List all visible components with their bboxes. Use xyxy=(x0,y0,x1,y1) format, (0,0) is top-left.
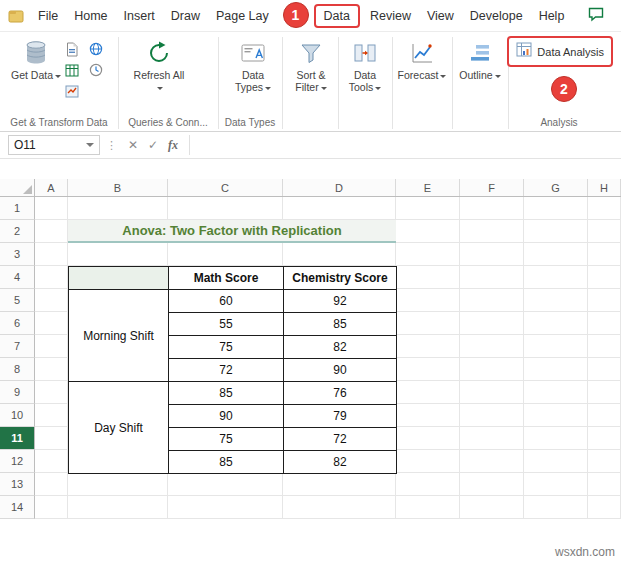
grid-cell-H14[interactable] xyxy=(588,496,621,519)
grid-cell-D13[interactable] xyxy=(283,473,396,496)
data-types-button[interactable]: Data Types xyxy=(228,37,278,93)
row-header-10[interactable]: 10 xyxy=(0,404,35,427)
grid-cell-A3[interactable] xyxy=(35,243,68,266)
grid-cell-E12[interactable] xyxy=(396,450,460,473)
grid-cell-G7[interactable] xyxy=(524,335,588,358)
grid-cell-F14[interactable] xyxy=(460,496,524,519)
grid-cell-H2[interactable] xyxy=(588,220,621,243)
menu-tab-draw[interactable]: Draw xyxy=(163,4,208,28)
cell-d10[interactable]: 79 xyxy=(284,405,397,428)
cell-c8[interactable]: 72 xyxy=(169,359,284,382)
grid-cell-E10[interactable] xyxy=(396,404,460,427)
anova-title-cell[interactable]: Anova: Two Factor with Replication xyxy=(68,220,396,243)
column-header-A[interactable]: A xyxy=(35,179,68,196)
cell-d6[interactable]: 85 xyxy=(284,313,397,336)
grid-cell-A7[interactable] xyxy=(35,335,68,358)
grid-cell-G14[interactable] xyxy=(524,496,588,519)
menu-tab-file[interactable]: File xyxy=(30,4,66,28)
cell-c6[interactable]: 55 xyxy=(169,313,284,336)
grid-cell-G12[interactable] xyxy=(524,450,588,473)
menu-tab-help[interactable]: Help xyxy=(531,4,573,28)
column-header-H[interactable]: H xyxy=(588,179,621,196)
grid-cell-E6[interactable] xyxy=(396,312,460,335)
row-header-13[interactable]: 13 xyxy=(0,473,35,496)
row-header-1[interactable]: 1 xyxy=(0,197,35,220)
grid-cell-A10[interactable] xyxy=(35,404,68,427)
cell-day-shift[interactable]: Day Shift xyxy=(69,382,169,474)
grid-cell-H10[interactable] xyxy=(588,404,621,427)
grid-cell-G1[interactable] xyxy=(524,197,588,220)
grid-cell-H12[interactable] xyxy=(588,450,621,473)
row-header-3[interactable]: 3 xyxy=(0,243,35,266)
grid-cell-C1[interactable] xyxy=(168,197,283,220)
cell-c9[interactable]: 85 xyxy=(169,382,284,405)
cell-math-score-header[interactable]: Math Score xyxy=(169,267,284,290)
insert-function-icon[interactable]: fx xyxy=(163,138,183,153)
grid-cell-H7[interactable] xyxy=(588,335,621,358)
grid-cell-E7[interactable] xyxy=(396,335,460,358)
grid-cell-H4[interactable] xyxy=(588,266,621,289)
grid-cell-H5[interactable] xyxy=(588,289,621,312)
grid-cell-A13[interactable] xyxy=(35,473,68,496)
grid-cell-E11[interactable] xyxy=(396,427,460,450)
forecast-button[interactable]: Forecast xyxy=(396,37,448,81)
from-table-range-icon[interactable] xyxy=(64,62,80,78)
column-header-E[interactable]: E xyxy=(396,179,460,196)
row-header-14[interactable]: 14 xyxy=(0,496,35,519)
cell-d11[interactable]: 72 xyxy=(284,428,397,451)
menu-tab-developer[interactable]: Develope xyxy=(462,4,531,28)
menu-tab-data[interactable]: Data 1 xyxy=(314,4,360,28)
cell-d7[interactable]: 82 xyxy=(284,336,397,359)
select-all-corner[interactable] xyxy=(0,179,35,196)
menu-tab-review[interactable]: Review xyxy=(362,4,419,28)
grid-cell-C3[interactable] xyxy=(168,243,283,266)
grid-cell-E13[interactable] xyxy=(396,473,460,496)
data-tools-button[interactable]: Data Tools xyxy=(342,37,388,93)
grid-cell-H9[interactable] xyxy=(588,381,621,404)
grid-cell-G5[interactable] xyxy=(524,289,588,312)
refresh-all-button[interactable]: Refresh All xyxy=(130,37,188,93)
name-box-dropdown-icon[interactable] xyxy=(86,143,94,147)
grid-cell-E8[interactable] xyxy=(396,358,460,381)
menu-tab-home[interactable]: Home xyxy=(66,4,115,28)
cell-c12[interactable]: 85 xyxy=(169,451,284,474)
cell-c11[interactable]: 75 xyxy=(169,428,284,451)
data-analysis-button[interactable]: Data Analysis xyxy=(537,46,604,58)
grid-cell-E9[interactable] xyxy=(396,381,460,404)
get-data-button[interactable]: Get Data xyxy=(10,37,62,81)
grid-cell-G2[interactable] xyxy=(524,220,588,243)
grid-cell-A9[interactable] xyxy=(35,381,68,404)
column-header-G[interactable]: G xyxy=(524,179,588,196)
grid-cell-A4[interactable] xyxy=(35,266,68,289)
grid-cell-C14[interactable] xyxy=(168,496,283,519)
cell-c10[interactable]: 90 xyxy=(169,405,284,428)
grid-cell-E5[interactable] xyxy=(396,289,460,312)
row-header-4[interactable]: 4 xyxy=(0,266,35,289)
grid-cell-E14[interactable] xyxy=(396,496,460,519)
grid-cell-A5[interactable] xyxy=(35,289,68,312)
grid-cell-F3[interactable] xyxy=(460,243,524,266)
grid-cell-D3[interactable] xyxy=(283,243,396,266)
grid-cell-A11[interactable] xyxy=(35,427,68,450)
grid-cell-C13[interactable] xyxy=(168,473,283,496)
grid-cell-G9[interactable] xyxy=(524,381,588,404)
from-web-icon[interactable] xyxy=(88,41,104,57)
cell-d8[interactable]: 90 xyxy=(284,359,397,382)
grid-cell-A6[interactable] xyxy=(35,312,68,335)
grid-cell-G6[interactable] xyxy=(524,312,588,335)
grid-cell-G13[interactable] xyxy=(524,473,588,496)
grid-cell-F1[interactable] xyxy=(460,197,524,220)
cell-d5[interactable]: 92 xyxy=(284,290,397,313)
menu-tab-view[interactable]: View xyxy=(419,4,462,28)
name-box[interactable]: O11 xyxy=(8,135,100,155)
grid-cell-F4[interactable] xyxy=(460,266,524,289)
row-header-9[interactable]: 9 xyxy=(0,381,35,404)
grid-cell-E3[interactable] xyxy=(396,243,460,266)
row-header-11[interactable]: 11 xyxy=(0,427,35,450)
grid-cell-H1[interactable] xyxy=(588,197,621,220)
grid-cell-A1[interactable] xyxy=(35,197,68,220)
formula-input[interactable] xyxy=(189,135,617,155)
grid-cell-F10[interactable] xyxy=(460,404,524,427)
cell-c5[interactable]: 60 xyxy=(169,290,284,313)
menu-tab-insert[interactable]: Insert xyxy=(116,4,163,28)
